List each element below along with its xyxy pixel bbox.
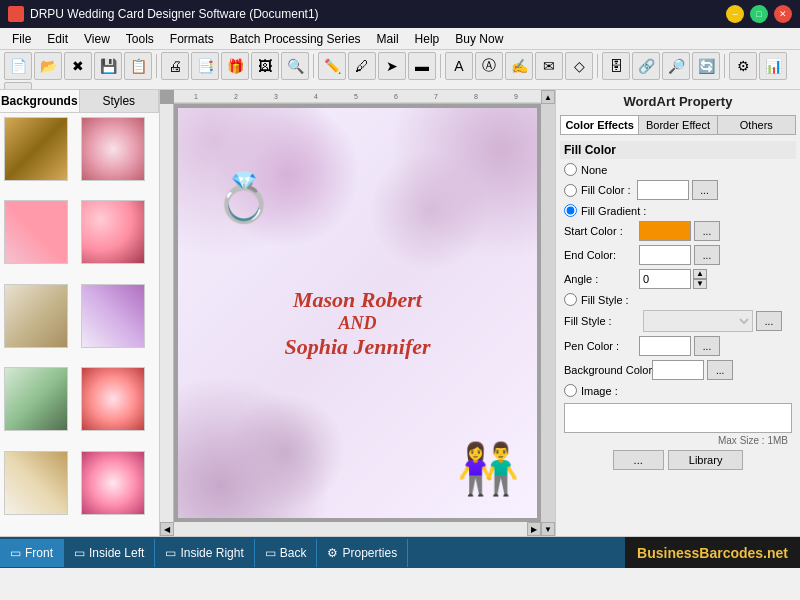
canvas-scrollbar-vertical[interactable]: ▲ ▼: [541, 90, 555, 536]
angle-input[interactable]: [639, 269, 691, 289]
menu-buynow[interactable]: Buy Now: [447, 30, 511, 48]
toolbar-close[interactable]: ✖: [64, 52, 92, 80]
toolbar-extra3[interactable]: 🗑: [4, 82, 32, 90]
toolbar-open[interactable]: 📂: [34, 52, 62, 80]
card-text-and[interactable]: AND: [338, 313, 376, 334]
toolbar-sep1: [156, 54, 157, 78]
toolbar-zoom[interactable]: 🔎: [662, 52, 690, 80]
scroll-up-arrow[interactable]: ▲: [541, 90, 555, 104]
toolbar-save[interactable]: 💾: [94, 52, 122, 80]
toolbar-new[interactable]: 📄: [4, 52, 32, 80]
radio-image[interactable]: [564, 384, 577, 397]
pen-color-browse[interactable]: ...: [694, 336, 720, 356]
start-color-browse[interactable]: ...: [694, 221, 720, 241]
thumb-3[interactable]: [4, 200, 68, 264]
end-color-browse[interactable]: ...: [694, 245, 720, 265]
radio-fill-style[interactable]: [564, 293, 577, 306]
minimize-button[interactable]: –: [726, 5, 744, 23]
radio-none[interactable]: [564, 163, 577, 176]
tab-styles[interactable]: Styles: [80, 90, 160, 112]
bg-color-swatch[interactable]: [652, 360, 704, 380]
image-file-input[interactable]: [564, 403, 792, 433]
thumb-2[interactable]: [81, 117, 145, 181]
toolbar-wordart[interactable]: Ⓐ: [475, 52, 503, 80]
fill-color-swatch[interactable]: [637, 180, 689, 200]
tab-color-effects[interactable]: Color Effects: [561, 116, 639, 134]
thumb-6[interactable]: [81, 284, 145, 348]
close-button[interactable]: ✕: [774, 5, 792, 23]
tab-inside-right[interactable]: ▭ Inside Right: [155, 539, 254, 567]
toolbar-print[interactable]: 🖨: [161, 52, 189, 80]
label-fill[interactable]: Fill Color :: [564, 184, 631, 197]
card-text-name2[interactable]: Sophia Jennifer: [284, 334, 430, 360]
toolbar-signature[interactable]: ✍: [505, 52, 533, 80]
menu-tools[interactable]: Tools: [118, 30, 162, 48]
menu-file[interactable]: File: [4, 30, 39, 48]
tab-others[interactable]: Others: [718, 116, 795, 134]
toolbar-arrow[interactable]: ➤: [378, 52, 406, 80]
scroll-left-arrow[interactable]: ◀: [160, 522, 174, 536]
scroll-right-arrow[interactable]: ▶: [527, 522, 541, 536]
bg-color-browse[interactable]: ...: [707, 360, 733, 380]
card-couple-image: 👫: [457, 440, 519, 498]
radio-fill-color[interactable]: [564, 184, 577, 197]
angle-spinner: ▲ ▼: [693, 269, 707, 289]
pen-color-swatch[interactable]: [639, 336, 691, 356]
thumb-10[interactable]: [81, 451, 145, 515]
tab-border-effect[interactable]: Border Effect: [639, 116, 717, 134]
label-fill-style[interactable]: Fill Style :: [564, 293, 629, 306]
thumb-1[interactable]: [4, 117, 68, 181]
toolbar-extra2[interactable]: 📊: [759, 52, 787, 80]
menu-help[interactable]: Help: [407, 30, 448, 48]
menu-formats[interactable]: Formats: [162, 30, 222, 48]
tab-inside-left[interactable]: ▭ Inside Left: [64, 539, 155, 567]
thumb-7[interactable]: [4, 367, 68, 431]
scroll-track-horizontal[interactable]: [174, 522, 527, 536]
end-color-swatch[interactable]: [639, 245, 691, 265]
fill-style-dropdown[interactable]: [643, 310, 753, 332]
toolbar-email[interactable]: ✉: [535, 52, 563, 80]
menu-batch[interactable]: Batch Processing Series: [222, 30, 369, 48]
toolbar-save2[interactable]: 📋: [124, 52, 152, 80]
toolbar-brush[interactable]: 🖊: [348, 52, 376, 80]
toolbar-gift[interactable]: 🎁: [221, 52, 249, 80]
label-gradient[interactable]: Fill Gradient :: [564, 204, 646, 217]
card-text-name1[interactable]: Mason Robert: [293, 287, 422, 313]
toolbar-rotate[interactable]: 🔄: [692, 52, 720, 80]
toolbar-shape[interactable]: ◇: [565, 52, 593, 80]
label-image[interactable]: Image :: [564, 384, 618, 397]
toolbar-print2[interactable]: 📑: [191, 52, 219, 80]
toolbar-sep4: [597, 54, 598, 78]
toolbar-db2[interactable]: 🔗: [632, 52, 660, 80]
canvas-scrollbar-horizontal[interactable]: ◀ ▶: [160, 522, 541, 536]
fill-color-browse[interactable]: ...: [692, 180, 718, 200]
menu-edit[interactable]: Edit: [39, 30, 76, 48]
toolbar-photo[interactable]: 🖼: [251, 52, 279, 80]
fill-style-browse[interactable]: ...: [756, 311, 782, 331]
toolbar-scan[interactable]: 🔍: [281, 52, 309, 80]
toolbar-pen[interactable]: ✏️: [318, 52, 346, 80]
angle-spin-down[interactable]: ▼: [693, 279, 707, 289]
thumb-8[interactable]: [81, 367, 145, 431]
tab-back[interactable]: ▭ Back: [255, 539, 318, 567]
tab-properties[interactable]: ⚙ Properties: [317, 539, 408, 567]
tab-backgrounds[interactable]: Backgrounds: [0, 90, 80, 112]
toolbar-db[interactable]: 🗄: [602, 52, 630, 80]
toolbar-extra1[interactable]: ⚙: [729, 52, 757, 80]
label-none[interactable]: None: [564, 163, 607, 176]
thumb-4[interactable]: [81, 200, 145, 264]
browse-button[interactable]: ...: [613, 450, 664, 470]
thumb-5[interactable]: [4, 284, 68, 348]
library-button[interactable]: Library: [668, 450, 744, 470]
menu-mail[interactable]: Mail: [369, 30, 407, 48]
toolbar-text[interactable]: A: [445, 52, 473, 80]
angle-spin-up[interactable]: ▲: [693, 269, 707, 279]
maximize-button[interactable]: □: [750, 5, 768, 23]
menu-view[interactable]: View: [76, 30, 118, 48]
start-color-swatch[interactable]: [639, 221, 691, 241]
toolbar-bar[interactable]: ▬: [408, 52, 436, 80]
scroll-down-arrow[interactable]: ▼: [541, 522, 555, 536]
tab-front[interactable]: ▭ Front: [0, 539, 64, 567]
radio-fill-gradient[interactable]: [564, 204, 577, 217]
thumb-9[interactable]: [4, 451, 68, 515]
